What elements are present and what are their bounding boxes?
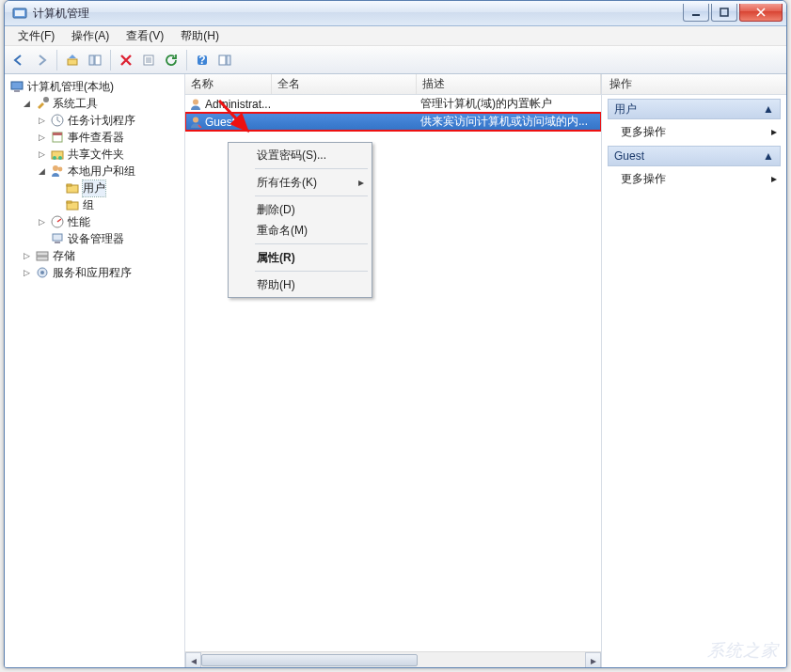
tree-device-manager[interactable]: 设备管理器 [37, 230, 182, 247]
list-header[interactable]: 名称 全名 描述 [185, 74, 601, 95]
menu-action[interactable]: 操作(A) [64, 26, 117, 46]
context-menu: 设置密码(S)... 所有任务(K) 删除(D) 重命名(M) 属性(R) 帮助… [228, 142, 372, 298]
watermark: 系统之家 [707, 639, 779, 662]
menu-view[interactable]: 查看(V) [119, 26, 171, 46]
collapse-icon[interactable]: ◢ [22, 99, 32, 109]
svg-rect-16 [14, 90, 20, 92]
expand-icon[interactable]: ▷ [37, 133, 47, 143]
expand-icon[interactable]: ▷ [37, 116, 47, 126]
actions-more-guest[interactable]: 更多操作 ▸ [621, 168, 777, 189]
svg-rect-15 [11, 82, 23, 89]
users-icon [50, 164, 65, 179]
tree-users[interactable]: 用户 [52, 180, 182, 196]
svg-point-37 [193, 99, 198, 104]
ctx-all-tasks[interactable]: 所有任务(K) [230, 172, 370, 193]
scroll-thumb[interactable] [201, 654, 418, 666]
actions-group-users[interactable]: 用户 ▲ [608, 99, 781, 119]
collapse-icon[interactable]: ◢ [37, 166, 47, 177]
folder-icon [65, 197, 80, 212]
expand-icon[interactable]: ▷ [37, 149, 47, 160]
list-rows: Administrat... 管理计算机(域)的内置帐户 Guest 供来宾访问… [185, 95, 601, 131]
expand-icon[interactable]: ▷ [37, 217, 47, 227]
tree-services-apps[interactable]: ▷ 服务和应用程序 [22, 264, 182, 281]
up-button[interactable] [62, 50, 83, 70]
expand-icon[interactable]: ▷ [22, 251, 32, 261]
actions-pane: 操作 用户 ▲ 更多操作 ▸ Guest ▲ 更多操作 ▸ [602, 74, 786, 667]
refresh-button[interactable] [161, 50, 182, 70]
ctx-set-password[interactable]: 设置密码(S)... [230, 145, 370, 165]
svg-rect-29 [67, 201, 71, 203]
collapse-icon[interactable]: ▲ [763, 149, 774, 163]
svg-point-36 [40, 271, 44, 274]
svg-rect-3 [720, 8, 728, 16]
close-button[interactable] [739, 4, 783, 22]
console-tree[interactable]: 计算机管理(本地) ◢ 系统工具 [5, 74, 185, 667]
minimize-button[interactable] [683, 4, 709, 22]
nav-back-button[interactable] [8, 50, 29, 70]
list-row-admin[interactable]: Administrat... 管理计算机(域)的内置帐户 [185, 95, 601, 113]
tree-groups[interactable]: 组 [52, 196, 182, 213]
show-hide-action-pane-button[interactable] [214, 50, 235, 70]
submenu-icon: ▸ [771, 172, 777, 185]
nav-forward-button[interactable] [31, 50, 52, 70]
share-icon [50, 147, 65, 162]
user-disabled-icon [189, 116, 202, 129]
maximize-button[interactable] [711, 4, 737, 22]
tree-local-users-groups[interactable]: ◢ 本地用户和组 [37, 163, 182, 180]
expand-icon[interactable]: ▷ [22, 268, 32, 278]
list-row-guest[interactable]: Guest 供来宾访问计算机或访问域的内... [185, 113, 601, 131]
tree-root[interactable]: 计算机管理(本地) [7, 78, 182, 95]
tree-storage[interactable]: ▷ 存储 [22, 247, 182, 264]
properties-button[interactable] [138, 50, 159, 70]
app-window: 计算机管理 文件(F) 操作(A) 查看(V) 帮助(H) [4, 0, 787, 668]
menubar: 文件(F) 操作(A) 查看(V) 帮助(H) [5, 26, 786, 46]
cell-desc: 管理计算机(域)的内置帐户 [417, 96, 601, 112]
device-icon [50, 231, 65, 246]
toolbar: ? [5, 46, 786, 74]
tree-performance[interactable]: ▷ 性能 [37, 213, 182, 230]
show-hide-tree-button[interactable] [85, 50, 105, 70]
tree-system-tools[interactable]: ◢ 系统工具 [22, 95, 182, 112]
event-icon [50, 130, 65, 145]
actions-group-guest[interactable]: Guest ▲ [608, 146, 781, 166]
cell-name: Guest [205, 116, 235, 129]
ctx-rename[interactable]: 重命名(M) [230, 220, 370, 241]
menu-file[interactable]: 文件(F) [10, 26, 62, 46]
svg-rect-14 [227, 55, 230, 65]
svg-rect-13 [219, 55, 226, 65]
app-icon [12, 6, 27, 21]
computer-icon [9, 79, 24, 94]
horizontal-scrollbar[interactable]: ◂ ▸ [185, 651, 601, 667]
svg-rect-4 [68, 59, 77, 65]
delete-button[interactable] [116, 50, 136, 70]
col-name[interactable]: 名称 [185, 74, 272, 94]
cell-name: Administrat... [205, 98, 271, 111]
col-fullname[interactable]: 全名 [272, 74, 417, 94]
ctx-delete[interactable]: 删除(D) [230, 199, 370, 220]
help-button[interactable]: ? [192, 50, 213, 70]
scroll-left-button[interactable]: ◂ [185, 652, 201, 667]
titlebar: 计算机管理 [5, 1, 786, 26]
actions-more-users[interactable]: 更多操作 ▸ [621, 121, 777, 142]
svg-point-23 [58, 156, 62, 160]
perf-icon [50, 214, 65, 229]
svg-point-17 [43, 97, 49, 102]
svg-rect-2 [692, 14, 700, 16]
services-icon [35, 265, 50, 280]
ctx-help[interactable]: 帮助(H) [230, 274, 370, 295]
tree-task-scheduler[interactable]: ▷ 任务计划程序 [37, 112, 182, 129]
tree-shared-folders[interactable]: ▷ 共享文件夹 [37, 146, 182, 163]
cell-desc: 供来宾访问计算机或访问域的内... [417, 114, 601, 130]
tree-event-viewer[interactable]: ▷ 事件查看器 [37, 129, 182, 146]
collapse-icon[interactable]: ▲ [763, 102, 774, 116]
svg-rect-34 [37, 257, 48, 260]
scroll-right-button[interactable]: ▸ [585, 652, 601, 667]
col-desc[interactable]: 描述 [417, 74, 601, 94]
svg-point-22 [53, 156, 56, 160]
submenu-icon: ▸ [771, 125, 777, 138]
actions-header: 操作 [602, 74, 786, 95]
menu-help[interactable]: 帮助(H) [173, 26, 227, 46]
ctx-properties[interactable]: 属性(R) [230, 247, 370, 268]
tools-icon [35, 96, 50, 111]
folder-icon [65, 180, 80, 195]
